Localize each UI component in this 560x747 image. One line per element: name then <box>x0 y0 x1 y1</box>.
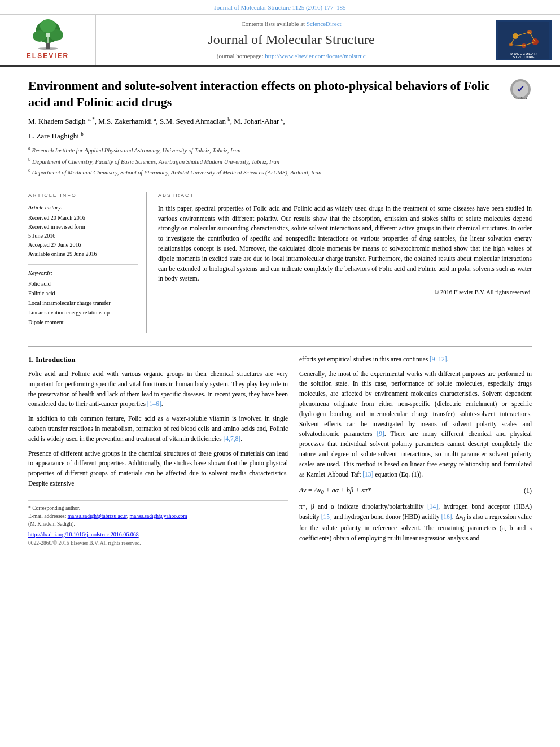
abstract-panel: ABSTRACT In this paper, spectral propert… <box>158 192 532 333</box>
contents-prefix: Contents lists available at <box>241 20 306 27</box>
ref-478[interactable]: [4,7,8] <box>224 435 241 442</box>
email-label: E-mail addresses: <box>28 513 66 519</box>
homepage-link[interactable]: http://www.elsevier.com/locate/molstruc <box>265 53 365 59</box>
affiliation-c: c Department of Medicinal Chemistry, Sch… <box>28 167 532 177</box>
ref-15[interactable]: [15] <box>321 513 332 520</box>
svg-point-6 <box>46 33 50 37</box>
elsevier-tree-icon <box>23 19 73 50</box>
intro-para-3: Presence of different active groups in t… <box>28 449 288 489</box>
available-date: Available online 29 June 2016 <box>28 250 138 259</box>
crossmark-icon: ✓ CrossMark <box>509 78 532 101</box>
doi-link: http://dx.doi.org/10.1016/j.molstruc.201… <box>28 531 288 539</box>
keyword-1: Folic acid <box>28 279 138 289</box>
journal-title-area: Contents lists available at ScienceDirec… <box>96 15 487 65</box>
keywords-list: Folic acid Folinic acid Local intramolec… <box>28 279 138 327</box>
ref-14[interactable]: [14] <box>427 503 438 510</box>
email-1-link[interactable]: mahsa.sadigh@tabrizu.ac.ir <box>68 513 127 519</box>
journal-header-line: Journal of Molecular Structure 1125 (201… <box>0 0 560 15</box>
introduction-section: 1. Introduction Folic acid and Folinic a… <box>28 346 532 548</box>
svg-point-5 <box>40 19 56 33</box>
crossmark-area: ✓ CrossMark <box>509 78 532 103</box>
homepage-prefix: journal homepage: <box>217 53 265 59</box>
svg-point-3 <box>33 30 46 42</box>
email-note: E-mail addresses: mahsa.sadigh@tabrizu.a… <box>28 512 288 520</box>
article-history-block: Article history: Received 20 March 2016 … <box>28 204 138 259</box>
intro-number: 1. <box>28 355 34 364</box>
copyright: © 2016 Elsevier B.V. All rights reserved… <box>158 289 532 297</box>
keywords-block: Keywords: Folic acid Folinic acid Local … <box>28 269 138 327</box>
article-info-panel: ARTICLE INFO Article history: Received 2… <box>28 192 147 333</box>
keyword-2: Folinic acid <box>28 289 138 298</box>
homepage-line: journal homepage: http://www.elsevier.co… <box>217 52 365 60</box>
email-2-link[interactable]: mahsa.sadigh@yahoo.com <box>130 513 187 519</box>
keywords-label: Keywords: <box>28 269 138 277</box>
received-date: Received 20 March 2016 <box>28 213 138 222</box>
svg-text:STRUCTURE: STRUCTURE <box>513 55 534 59</box>
abstract-text: In this paper, spectral properties of Fo… <box>158 204 532 285</box>
intro-right-col: efforts yet empirical studies in this ar… <box>299 355 532 548</box>
ref-1-6[interactable]: [1–6] <box>147 400 161 407</box>
corresponding-note: * Corresponding author. <box>28 504 288 512</box>
intro-para-1: Folic acid and Folinic acid with various… <box>28 369 288 409</box>
ref-16[interactable]: [16] <box>441 513 452 520</box>
intro-left-col: 1. Introduction Folic acid and Folinic a… <box>28 355 288 548</box>
equation-1: Δν = Δν0 + aα + bβ + sπ* (1) <box>299 486 532 496</box>
authors-line2: L. Zare Haghighi b <box>28 130 532 142</box>
affiliation-b: b Department of Chemistry, Faculty of Ba… <box>28 156 532 166</box>
equation-number: (1) <box>515 486 532 496</box>
article-info-heading: ARTICLE INFO <box>28 192 138 199</box>
journal-header: ELSEVIER Contents lists available at Sci… <box>0 15 560 67</box>
issn-line: 0022-2860/© 2016 Elsevier B.V. All right… <box>28 540 288 547</box>
intro-heading: 1. Introduction <box>28 355 288 365</box>
history-label: Article history: <box>28 204 138 212</box>
mol-structure-badge: MOLECULAR STRUCTURE <box>496 20 552 60</box>
intro-para-2: In addition to this common feature, Foli… <box>28 414 288 444</box>
affiliation-a: a Research Institute for Applied Physics… <box>28 145 532 155</box>
contents-line: Contents lists available at ScienceDirec… <box>241 20 341 28</box>
mol-structure-badge-area: MOLECULAR STRUCTURE <box>487 15 560 65</box>
journal-main-title: Journal of Molecular Structure <box>208 30 374 50</box>
svg-text:CrossMark: CrossMark <box>514 97 528 100</box>
right-para-2: Generally, the most of the experimental … <box>299 369 532 480</box>
footnotes: * Corresponding author. E-mail addresses… <box>28 500 288 547</box>
right-para-1: efforts yet empirical studies in this ar… <box>299 355 532 365</box>
authors: M. Khadem Sadigh a, *, M.S. Zakerhamidi … <box>28 116 532 127</box>
sciencedirect-link[interactable]: ScienceDirect <box>307 20 342 27</box>
accepted-date: Accepted 27 June 2016 <box>28 241 138 250</box>
journal-citation: Journal of Molecular Structure 1125 (201… <box>215 4 346 11</box>
corresponding-label: * Corresponding author. <box>28 505 80 511</box>
ref-13[interactable]: [13] <box>362 471 373 478</box>
article-info-abstract-section: ARTICLE INFO Article history: Received 2… <box>28 185 532 333</box>
ref-9-12[interactable]: [9–12] <box>430 356 447 362</box>
elsevier-logo-area: ELSEVIER <box>0 15 96 65</box>
received-revised-date: 5 June 2016 <box>28 231 138 241</box>
doi-anchor[interactable]: http://dx.doi.org/10.1016/j.molstruc.201… <box>28 531 139 538</box>
svg-text:✓: ✓ <box>517 84 525 95</box>
elsevier-wordmark: ELSEVIER <box>27 51 69 61</box>
equation-expression: Δν = Δν0 + aα + bβ + sπ* <box>299 486 509 496</box>
affiliations: a Research Institute for Applied Physics… <box>28 145 532 177</box>
abstract-heading: ABSTRACT <box>158 192 532 199</box>
intro-title: Introduction <box>36 355 76 364</box>
right-para-3: π*, β and α indicate dipolarity/polariza… <box>299 502 532 544</box>
email-person-note: (M. Khadem Sadigh). <box>28 520 288 528</box>
keyword-4: Linear salvation energy relationship <box>28 308 138 317</box>
keyword-3: Local intramolecular charge transfer <box>28 298 138 308</box>
main-content: Environment and solute-solvent interacti… <box>0 67 560 559</box>
keyword-5: Dipole moment <box>28 317 138 327</box>
received-revised-label: Received in revised form <box>28 222 138 231</box>
paper-title: Environment and solute-solvent interacti… <box>28 78 532 110</box>
ref-9[interactable]: [9] <box>377 430 384 437</box>
